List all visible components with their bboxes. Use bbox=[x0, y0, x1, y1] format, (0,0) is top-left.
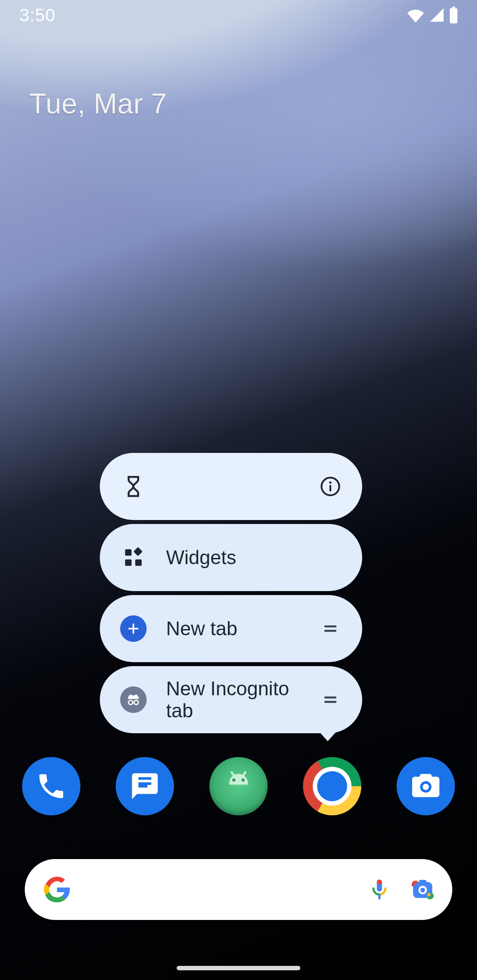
context-row-widgets[interactable]: Widgets bbox=[100, 524, 362, 591]
dock-app-camera[interactable] bbox=[397, 757, 455, 815]
context-row-new-tab[interactable]: New tab bbox=[100, 595, 362, 662]
lens-icon[interactable] bbox=[410, 877, 435, 902]
google-logo-icon bbox=[43, 876, 71, 903]
svg-point-16 bbox=[423, 784, 429, 790]
svg-point-4 bbox=[329, 481, 331, 483]
hourglass-icon bbox=[119, 472, 148, 501]
svg-rect-3 bbox=[329, 485, 331, 491]
svg-rect-21 bbox=[419, 880, 427, 883]
svg-rect-5 bbox=[125, 549, 132, 556]
drag-handle-icon[interactable] bbox=[318, 687, 343, 712]
svg-line-14 bbox=[243, 773, 246, 776]
dock-app-chrome[interactable] bbox=[303, 757, 361, 815]
battery-icon bbox=[449, 7, 458, 23]
google-search-bar[interactable] bbox=[25, 859, 452, 920]
signal-icon bbox=[429, 8, 444, 23]
svg-point-9 bbox=[129, 701, 133, 705]
svg-rect-8 bbox=[133, 547, 143, 556]
widgets-icon bbox=[119, 543, 148, 572]
dock-app-messages[interactable] bbox=[116, 757, 174, 815]
app-context-menu: Widgets New tab New Incognito tab bbox=[100, 453, 362, 733]
svg-point-10 bbox=[134, 701, 139, 705]
popup-arrow bbox=[319, 731, 337, 741]
svg-point-12 bbox=[242, 779, 245, 782]
plus-icon bbox=[119, 614, 148, 643]
dock-app-android[interactable] bbox=[209, 757, 268, 815]
svg-rect-1 bbox=[452, 7, 455, 9]
incognito-icon bbox=[119, 686, 148, 714]
context-row-label: New tab bbox=[166, 618, 318, 640]
mic-icon[interactable] bbox=[367, 878, 391, 901]
svg-rect-18 bbox=[377, 880, 382, 885]
dock-app-phone[interactable] bbox=[22, 757, 80, 815]
svg-rect-0 bbox=[450, 8, 457, 23]
chrome-icon bbox=[303, 757, 361, 815]
context-row-label: Widgets bbox=[166, 547, 343, 569]
date-widget[interactable]: Tue, Mar 7 bbox=[29, 87, 167, 120]
svg-point-23 bbox=[420, 888, 425, 893]
svg-point-24 bbox=[427, 893, 431, 897]
info-icon[interactable] bbox=[318, 474, 343, 499]
dock bbox=[0, 757, 477, 815]
context-row-label: New Incognito tab bbox=[166, 678, 318, 722]
svg-point-11 bbox=[232, 779, 235, 782]
svg-rect-6 bbox=[125, 559, 132, 566]
status-bar: 3:50 bbox=[0, 0, 477, 30]
context-row-app-timer[interactable] bbox=[100, 453, 362, 520]
svg-rect-7 bbox=[135, 559, 142, 566]
wifi-icon bbox=[406, 8, 425, 23]
status-time: 3:50 bbox=[19, 5, 56, 25]
gesture-nav-bar[interactable] bbox=[177, 966, 300, 970]
context-row-new-incognito-tab[interactable]: New Incognito tab bbox=[100, 666, 362, 733]
status-icons bbox=[406, 7, 458, 23]
svg-line-13 bbox=[231, 773, 234, 776]
drag-handle-icon[interactable] bbox=[318, 616, 343, 641]
